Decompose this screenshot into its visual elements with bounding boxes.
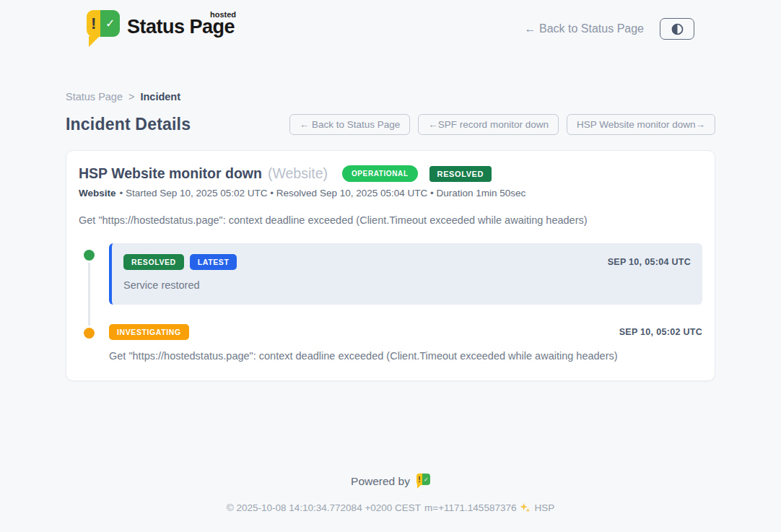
- logo-hosted-label: hosted: [210, 11, 236, 19]
- logo-exclaim-glyph: !: [416, 474, 422, 485]
- incident-nav-buttons: ← Back to Status Page ←SPF record monito…: [289, 114, 715, 135]
- breadcrumb-incident: Incident: [140, 91, 180, 103]
- resolved-status-badge: RESOLVED: [429, 166, 492, 182]
- breadcrumb: Status Page > Incident: [66, 91, 715, 103]
- logo-exclaim-glyph: !: [87, 10, 100, 37]
- timeline-entry-box-highlighted: RESOLVED LATEST SEP 10, 05:04 UTC Servic…: [109, 243, 702, 305]
- copyright-runtime: m=+1171.145587376: [424, 502, 516, 513]
- incident-description: Get "https://hostedstatus.page": context…: [79, 214, 702, 226]
- timeline-resolved-badge: RESOLVED: [123, 254, 184, 270]
- breadcrumb-status-page-link[interactable]: Status Page: [66, 91, 123, 103]
- incident-card: HSP Website monitor down (Website) OPERA…: [66, 150, 715, 381]
- page-footer: Powered by ! ✓ © 2025-10-08 14:10:34.772…: [0, 474, 781, 532]
- statuspage-logo[interactable]: ! ✓ Status Page hosted: [87, 10, 235, 48]
- statuspage-logo-icon: ! ✓: [87, 10, 120, 48]
- timeline-dot-orange: [84, 328, 95, 339]
- powered-by-label: Powered by: [351, 475, 410, 488]
- incident-monitor-name: (Website): [268, 165, 328, 182]
- prev-incident-button[interactable]: ←SPF record monitor down: [418, 114, 559, 135]
- timeline-message: Get "https://hostedstatus.page": context…: [109, 350, 702, 362]
- operational-status-badge: OPERATIONAL: [342, 165, 418, 182]
- timeline-entry-investigating: INVESTIGATING SEP 10, 05:02 UTC Get "htt…: [79, 324, 702, 362]
- timeline-entry-resolved: RESOLVED LATEST SEP 10, 05:04 UTC Servic…: [79, 243, 702, 305]
- meta-timestamps: • Started Sep 10, 2025 05:02 UTC • Resol…: [120, 188, 526, 199]
- timeline-dot-green: [84, 250, 95, 261]
- copyright-text: © 2025-10-08 14:10:34.772084 +0200 CEST: [227, 502, 421, 513]
- incident-timeline: RESOLVED LATEST SEP 10, 05:04 UTC Servic…: [79, 243, 702, 362]
- timeline-timestamp: SEP 10, 05:02 UTC: [619, 327, 702, 337]
- logo-check-glyph: ✓: [100, 10, 120, 37]
- timeline-latest-badge: LATEST: [190, 254, 237, 270]
- meta-monitor-name: Website: [79, 188, 116, 199]
- timeline-entry-box-plain: INVESTIGATING SEP 10, 05:02 UTC Get "htt…: [109, 324, 702, 362]
- sparkles-icon: [520, 502, 531, 513]
- incident-title: HSP Website monitor down: [79, 165, 262, 182]
- main-content: Status Page > Incident Incident Details …: [66, 48, 715, 381]
- timeline-timestamp: SEP 10, 05:04 UTC: [608, 257, 691, 267]
- header-back-to-status-page-link[interactable]: ← Back to Status Page: [525, 22, 644, 35]
- page-title: Incident Details: [66, 115, 191, 134]
- logo-title: Status Page hosted: [127, 17, 235, 37]
- copyright-brand: HSP: [534, 502, 554, 513]
- half-circle-theme-icon: [671, 23, 684, 35]
- copyright-line: © 2025-10-08 14:10:34.772084 +0200 CEST …: [0, 502, 781, 513]
- statuspage-footer-logo-icon[interactable]: ! ✓: [416, 474, 430, 489]
- next-incident-button[interactable]: HSP Website monitor down→: [567, 114, 715, 135]
- logo-check-glyph: ✓: [422, 474, 430, 485]
- incident-meta: Website • Started Sep 10, 2025 05:02 UTC…: [79, 188, 702, 199]
- back-to-status-page-button[interactable]: ← Back to Status Page: [289, 114, 411, 135]
- timeline-message: Service restored: [123, 279, 691, 291]
- timeline-investigating-badge: INVESTIGATING: [109, 324, 189, 340]
- breadcrumb-separator: >: [128, 91, 134, 103]
- page-header: ! ✓ Status Page hosted ← Back to Status …: [0, 0, 781, 48]
- theme-toggle-button[interactable]: [660, 18, 694, 40]
